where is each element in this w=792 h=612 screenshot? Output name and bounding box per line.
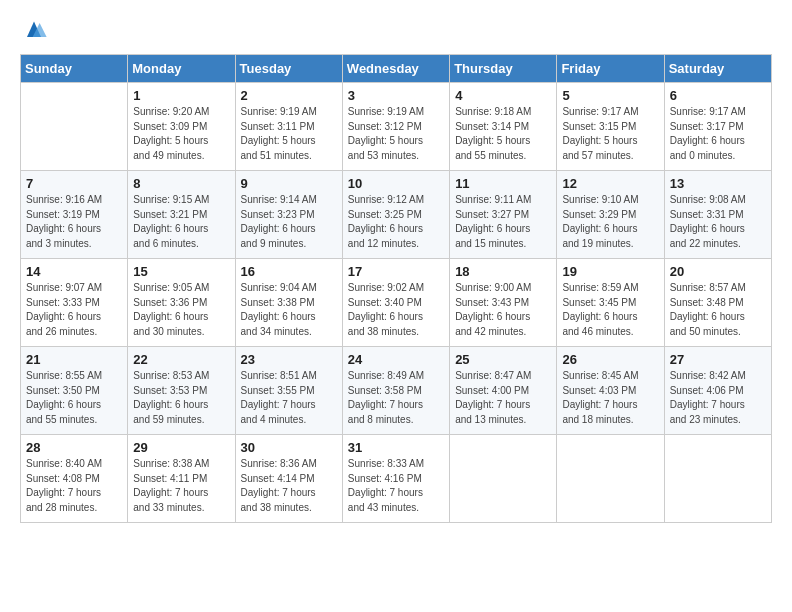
day-info: Sunrise: 8:38 AMSunset: 4:11 PMDaylight:…	[133, 457, 229, 515]
day-number: 31	[348, 440, 444, 455]
day-info: Sunrise: 8:51 AMSunset: 3:55 PMDaylight:…	[241, 369, 337, 427]
day-number: 11	[455, 176, 551, 191]
day-number: 5	[562, 88, 658, 103]
weekday-header-sunday: Sunday	[21, 55, 128, 83]
weekday-header-wednesday: Wednesday	[342, 55, 449, 83]
day-info: Sunrise: 8:47 AMSunset: 4:00 PMDaylight:…	[455, 369, 551, 427]
calendar-cell	[664, 435, 771, 523]
calendar-cell	[450, 435, 557, 523]
day-info: Sunrise: 8:49 AMSunset: 3:58 PMDaylight:…	[348, 369, 444, 427]
week-row-0: 1Sunrise: 9:20 AMSunset: 3:09 PMDaylight…	[21, 83, 772, 171]
day-info: Sunrise: 9:12 AMSunset: 3:25 PMDaylight:…	[348, 193, 444, 251]
calendar-cell: 24Sunrise: 8:49 AMSunset: 3:58 PMDayligh…	[342, 347, 449, 435]
week-row-3: 21Sunrise: 8:55 AMSunset: 3:50 PMDayligh…	[21, 347, 772, 435]
day-number: 15	[133, 264, 229, 279]
day-number: 28	[26, 440, 122, 455]
day-info: Sunrise: 8:40 AMSunset: 4:08 PMDaylight:…	[26, 457, 122, 515]
calendar-cell: 26Sunrise: 8:45 AMSunset: 4:03 PMDayligh…	[557, 347, 664, 435]
calendar-cell: 15Sunrise: 9:05 AMSunset: 3:36 PMDayligh…	[128, 259, 235, 347]
day-number: 10	[348, 176, 444, 191]
day-number: 21	[26, 352, 122, 367]
calendar-cell: 7Sunrise: 9:16 AMSunset: 3:19 PMDaylight…	[21, 171, 128, 259]
calendar-cell: 5Sunrise: 9:17 AMSunset: 3:15 PMDaylight…	[557, 83, 664, 171]
day-number: 30	[241, 440, 337, 455]
day-info: Sunrise: 8:45 AMSunset: 4:03 PMDaylight:…	[562, 369, 658, 427]
logo	[20, 16, 52, 44]
week-row-4: 28Sunrise: 8:40 AMSunset: 4:08 PMDayligh…	[21, 435, 772, 523]
page: SundayMondayTuesdayWednesdayThursdayFrid…	[0, 0, 792, 612]
calendar-cell: 23Sunrise: 8:51 AMSunset: 3:55 PMDayligh…	[235, 347, 342, 435]
day-info: Sunrise: 9:02 AMSunset: 3:40 PMDaylight:…	[348, 281, 444, 339]
day-number: 29	[133, 440, 229, 455]
day-info: Sunrise: 8:59 AMSunset: 3:45 PMDaylight:…	[562, 281, 658, 339]
day-number: 12	[562, 176, 658, 191]
calendar-cell: 9Sunrise: 9:14 AMSunset: 3:23 PMDaylight…	[235, 171, 342, 259]
calendar-cell: 28Sunrise: 8:40 AMSunset: 4:08 PMDayligh…	[21, 435, 128, 523]
day-number: 17	[348, 264, 444, 279]
day-number: 25	[455, 352, 551, 367]
day-number: 26	[562, 352, 658, 367]
calendar-cell: 22Sunrise: 8:53 AMSunset: 3:53 PMDayligh…	[128, 347, 235, 435]
day-number: 1	[133, 88, 229, 103]
day-number: 3	[348, 88, 444, 103]
calendar-cell: 25Sunrise: 8:47 AMSunset: 4:00 PMDayligh…	[450, 347, 557, 435]
day-info: Sunrise: 9:17 AMSunset: 3:17 PMDaylight:…	[670, 105, 766, 163]
calendar-cell: 11Sunrise: 9:11 AMSunset: 3:27 PMDayligh…	[450, 171, 557, 259]
weekday-header-saturday: Saturday	[664, 55, 771, 83]
calendar-cell: 8Sunrise: 9:15 AMSunset: 3:21 PMDaylight…	[128, 171, 235, 259]
calendar-cell: 1Sunrise: 9:20 AMSunset: 3:09 PMDaylight…	[128, 83, 235, 171]
weekday-header-friday: Friday	[557, 55, 664, 83]
calendar-cell: 18Sunrise: 9:00 AMSunset: 3:43 PMDayligh…	[450, 259, 557, 347]
day-info: Sunrise: 9:08 AMSunset: 3:31 PMDaylight:…	[670, 193, 766, 251]
day-info: Sunrise: 8:57 AMSunset: 3:48 PMDaylight:…	[670, 281, 766, 339]
logo-icon	[20, 16, 48, 44]
calendar-table: SundayMondayTuesdayWednesdayThursdayFrid…	[20, 54, 772, 523]
day-number: 23	[241, 352, 337, 367]
calendar-cell: 31Sunrise: 8:33 AMSunset: 4:16 PMDayligh…	[342, 435, 449, 523]
calendar-cell: 27Sunrise: 8:42 AMSunset: 4:06 PMDayligh…	[664, 347, 771, 435]
day-info: Sunrise: 8:53 AMSunset: 3:53 PMDaylight:…	[133, 369, 229, 427]
day-info: Sunrise: 9:04 AMSunset: 3:38 PMDaylight:…	[241, 281, 337, 339]
day-number: 14	[26, 264, 122, 279]
day-number: 2	[241, 88, 337, 103]
weekday-header-monday: Monday	[128, 55, 235, 83]
day-info: Sunrise: 9:15 AMSunset: 3:21 PMDaylight:…	[133, 193, 229, 251]
day-number: 8	[133, 176, 229, 191]
day-number: 16	[241, 264, 337, 279]
calendar-cell: 14Sunrise: 9:07 AMSunset: 3:33 PMDayligh…	[21, 259, 128, 347]
day-info: Sunrise: 9:20 AMSunset: 3:09 PMDaylight:…	[133, 105, 229, 163]
day-info: Sunrise: 8:33 AMSunset: 4:16 PMDaylight:…	[348, 457, 444, 515]
header	[20, 16, 772, 44]
day-number: 9	[241, 176, 337, 191]
calendar-cell: 19Sunrise: 8:59 AMSunset: 3:45 PMDayligh…	[557, 259, 664, 347]
day-info: Sunrise: 9:05 AMSunset: 3:36 PMDaylight:…	[133, 281, 229, 339]
day-info: Sunrise: 9:07 AMSunset: 3:33 PMDaylight:…	[26, 281, 122, 339]
day-info: Sunrise: 9:00 AMSunset: 3:43 PMDaylight:…	[455, 281, 551, 339]
week-row-1: 7Sunrise: 9:16 AMSunset: 3:19 PMDaylight…	[21, 171, 772, 259]
day-info: Sunrise: 9:16 AMSunset: 3:19 PMDaylight:…	[26, 193, 122, 251]
weekday-header-tuesday: Tuesday	[235, 55, 342, 83]
calendar-cell	[21, 83, 128, 171]
day-info: Sunrise: 9:17 AMSunset: 3:15 PMDaylight:…	[562, 105, 658, 163]
calendar-cell: 13Sunrise: 9:08 AMSunset: 3:31 PMDayligh…	[664, 171, 771, 259]
day-info: Sunrise: 9:19 AMSunset: 3:11 PMDaylight:…	[241, 105, 337, 163]
calendar-cell: 6Sunrise: 9:17 AMSunset: 3:17 PMDaylight…	[664, 83, 771, 171]
day-info: Sunrise: 9:18 AMSunset: 3:14 PMDaylight:…	[455, 105, 551, 163]
calendar-cell: 30Sunrise: 8:36 AMSunset: 4:14 PMDayligh…	[235, 435, 342, 523]
calendar-cell: 3Sunrise: 9:19 AMSunset: 3:12 PMDaylight…	[342, 83, 449, 171]
day-number: 7	[26, 176, 122, 191]
day-info: Sunrise: 9:14 AMSunset: 3:23 PMDaylight:…	[241, 193, 337, 251]
calendar-cell: 2Sunrise: 9:19 AMSunset: 3:11 PMDaylight…	[235, 83, 342, 171]
day-info: Sunrise: 8:42 AMSunset: 4:06 PMDaylight:…	[670, 369, 766, 427]
day-number: 6	[670, 88, 766, 103]
calendar-cell: 10Sunrise: 9:12 AMSunset: 3:25 PMDayligh…	[342, 171, 449, 259]
day-number: 13	[670, 176, 766, 191]
day-number: 4	[455, 88, 551, 103]
day-number: 18	[455, 264, 551, 279]
day-info: Sunrise: 9:19 AMSunset: 3:12 PMDaylight:…	[348, 105, 444, 163]
day-number: 24	[348, 352, 444, 367]
day-info: Sunrise: 9:11 AMSunset: 3:27 PMDaylight:…	[455, 193, 551, 251]
weekday-header-thursday: Thursday	[450, 55, 557, 83]
weekday-header-row: SundayMondayTuesdayWednesdayThursdayFrid…	[21, 55, 772, 83]
calendar-cell: 21Sunrise: 8:55 AMSunset: 3:50 PMDayligh…	[21, 347, 128, 435]
